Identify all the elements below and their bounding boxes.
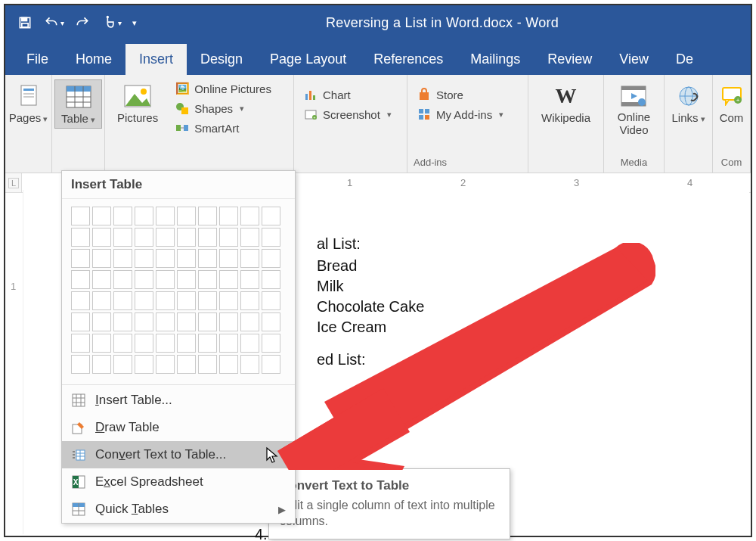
table-grid-cell[interactable] [219,355,238,374]
table-grid-cell[interactable] [240,291,259,310]
table-grid-cell[interactable] [113,291,132,310]
tab-more[interactable]: De [662,44,707,75]
table-grid-cell[interactable] [156,355,175,374]
tab-file[interactable]: File [13,44,62,75]
tab-insert[interactable]: Insert [125,44,187,75]
table-grid-cell[interactable] [177,334,196,353]
table-grid-cell[interactable] [113,228,132,247]
redo-icon[interactable] [70,11,94,35]
table-grid-cell[interactable] [156,334,175,353]
undo-icon[interactable]: ▾ [42,11,66,35]
table-grid-cell[interactable] [198,270,217,289]
table-grid-cell[interactable] [156,291,175,310]
table-grid-cell[interactable] [92,228,111,247]
online-pictures-button[interactable]: 🖼️Online Pictures [172,79,274,98]
wikipedia-button[interactable]: W Wikipedia [535,79,596,127]
table-grid-cell[interactable] [135,228,153,247]
screenshot-button[interactable]: +Screenshot [300,105,395,123]
table-grid-cell[interactable] [177,207,196,225]
table-grid-cell[interactable] [156,249,175,268]
chart-button[interactable]: Chart [300,86,395,104]
table-grid-cell[interactable] [113,207,132,225]
table-grid-cell[interactable] [240,207,259,225]
table-grid-cell[interactable] [113,334,132,353]
table-grid-cell[interactable] [135,312,153,331]
qat-customize-icon[interactable]: ▾ [128,11,141,35]
table-grid-cell[interactable] [92,270,111,289]
table-grid-cell[interactable] [240,228,259,247]
table-grid-cell[interactable] [71,291,90,310]
tab-view[interactable]: View [606,44,662,75]
table-grid-cell[interactable] [135,207,153,225]
shapes-button[interactable]: Shapes [172,99,274,117]
tab-design[interactable]: Design [187,44,256,75]
table-grid-cell[interactable] [262,312,280,331]
tab-page-layout[interactable]: Page Layout [256,44,360,75]
table-grid-cell[interactable] [71,334,90,353]
tab-mailings[interactable]: Mailings [457,44,534,75]
online-video-button[interactable]: Online Video [612,79,656,139]
table-grid-cell[interactable] [219,334,238,353]
table-grid-cell[interactable] [177,312,196,331]
table-grid-cell[interactable] [71,249,90,268]
table-grid-cell[interactable] [156,228,175,247]
insert-table-grid[interactable] [62,199,295,383]
menu-insert-table[interactable]: Insert Table... [62,387,295,414]
save-icon[interactable] [13,11,37,35]
my-addins-button[interactable]: My Add-ins [414,105,507,123]
links-button[interactable]: Links [665,79,711,127]
table-grid-cell[interactable] [240,355,259,374]
table-grid-cell[interactable] [71,270,90,289]
table-grid-cell[interactable] [177,355,196,374]
table-grid-cell[interactable] [135,249,153,268]
table-grid-cell[interactable] [92,291,111,310]
table-grid-cell[interactable] [135,334,153,353]
tab-selector[interactable]: L [8,178,19,188]
pictures-button[interactable]: Pictures [111,79,164,127]
table-grid-cell[interactable] [135,270,153,289]
store-button[interactable]: Store [414,86,507,104]
smartart-button[interactable]: SmartArt [172,119,274,137]
table-grid-cell[interactable] [71,312,90,331]
table-grid-cell[interactable] [262,334,280,353]
tab-home[interactable]: Home [62,44,125,75]
table-grid-cell[interactable] [219,249,238,268]
touch-mode-icon[interactable]: ▾ [99,11,123,35]
table-grid-cell[interactable] [198,291,217,310]
table-grid-cell[interactable] [262,355,280,374]
tab-references[interactable]: References [360,44,457,75]
table-grid-cell[interactable] [92,334,111,353]
table-grid-cell[interactable] [177,228,196,247]
table-grid-cell[interactable] [262,207,280,225]
table-grid-cell[interactable] [262,228,280,247]
table-grid-cell[interactable] [240,312,259,331]
table-grid-cell[interactable] [92,249,111,268]
table-grid-cell[interactable] [198,312,217,331]
table-grid-cell[interactable] [219,207,238,225]
menu-quick-tables[interactable]: Quick Tables ▶ [62,496,295,523]
table-grid-cell[interactable] [240,270,259,289]
table-grid-cell[interactable] [198,207,217,225]
table-grid-cell[interactable] [177,249,196,268]
table-grid-cell[interactable] [219,291,238,310]
table-grid-cell[interactable] [135,355,153,374]
table-grid-cell[interactable] [113,355,132,374]
pages-button[interactable]: Pages [3,79,54,127]
tab-review[interactable]: Review [534,44,606,75]
table-grid-cell[interactable] [113,312,132,331]
table-grid-cell[interactable] [198,249,217,268]
table-grid-cell[interactable] [219,228,238,247]
table-grid-cell[interactable] [92,207,111,225]
table-grid-cell[interactable] [92,312,111,331]
menu-draw-table[interactable]: Draw Table [62,414,295,441]
table-grid-cell[interactable] [177,291,196,310]
table-grid-cell[interactable] [156,312,175,331]
table-grid-cell[interactable] [262,249,280,268]
table-grid-cell[interactable] [156,270,175,289]
table-grid-cell[interactable] [71,207,90,225]
table-grid-cell[interactable] [71,228,90,247]
table-grid-cell[interactable] [262,291,280,310]
menu-convert-text-to-table[interactable]: Convert Text to Table... [62,441,295,468]
table-grid-cell[interactable] [262,270,280,289]
table-grid-cell[interactable] [198,228,217,247]
